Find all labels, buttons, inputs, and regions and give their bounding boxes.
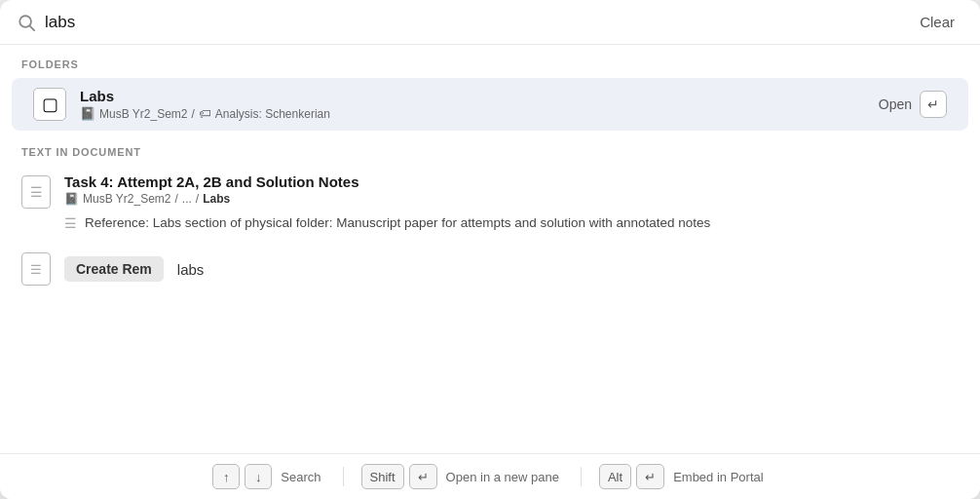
text-in-document-label: TEXT IN DOCUMENT [0, 133, 980, 164]
search-key-label: Search [281, 470, 320, 484]
search-icon [18, 14, 35, 31]
up-arrow-key: ↑ [212, 464, 240, 489]
search-input[interactable] [45, 13, 902, 32]
svg-line-1 [30, 25, 34, 30]
embed-portal-label: Embed in Portal [673, 470, 764, 484]
clear-button[interactable]: Clear [912, 10, 962, 34]
folder-actions: Open ↵ [879, 91, 947, 118]
search-bar: Clear [0, 0, 980, 45]
folder-path-tag: Analysis: Schenkerian [215, 107, 330, 121]
bottom-bar: ↑ ↓ Search Shift ↵ Open in a new pane Al… [0, 453, 980, 499]
doc-path-notebook: MusB Yr2_Sem2 [83, 192, 171, 206]
separator-2 [581, 467, 582, 486]
document-excerpt: ☰ Reference: Labs section of physical fo… [64, 213, 959, 233]
document-path: 📓 MusB Yr2_Sem2 / ... / Labs [64, 192, 959, 206]
create-rem-icon-glyph: ☰ [30, 262, 42, 277]
doc-path-sep2: / [196, 192, 199, 206]
doc-path-sep1: / [175, 192, 178, 206]
notebook-icon: 📓 [80, 106, 95, 121]
excerpt-text: Reference: Labs section of physical fold… [85, 213, 710, 233]
enter-key: ↵ [920, 91, 947, 118]
alt-key: Alt [599, 464, 631, 489]
create-rem-row: ☰ Create Rem labs [0, 243, 980, 295]
nav-keys-group: ↑ ↓ Search [212, 464, 324, 489]
document-info: Task 4: Attempt 2A, 2B and Solution Note… [64, 173, 959, 233]
document-icon-glyph: ☰ [30, 184, 43, 200]
document-item[interactable]: ☰ Task 4: Attempt 2A, 2B and Solution No… [0, 164, 980, 243]
document-title: Task 4: Attempt 2A, 2B and Solution Note… [64, 173, 959, 190]
open-new-pane-label: Open in a new pane [446, 470, 559, 484]
folder-path: 📓 MusB Yr2_Sem2 / 🏷 Analysis: Schenkeria… [80, 106, 865, 121]
document-icon: ☰ [21, 175, 51, 209]
embed-group: Alt ↵ Embed in Portal [599, 464, 768, 489]
tag-icon: 🏷 [199, 106, 211, 121]
enter-key-bottom: ↵ [409, 464, 437, 489]
folder-path-sep: / [192, 107, 195, 121]
create-rem-button[interactable]: Create Rem [64, 256, 164, 282]
separator-1 [343, 467, 344, 486]
folder-info: Labs 📓 MusB Yr2_Sem2 / 🏷 Analysis: Schen… [80, 88, 865, 121]
create-rem-icon: ☰ [21, 252, 51, 286]
new-pane-group: Shift ↵ Open in a new pane [361, 464, 563, 489]
search-results: FOLDERS ▢ Labs 📓 MusB Yr2_Sem2 / 🏷 Analy… [0, 45, 980, 453]
folder-icon: ▢ [33, 88, 66, 121]
search-modal: Clear FOLDERS ▢ Labs 📓 MusB Yr2_Sem2 / 🏷… [0, 0, 980, 499]
folder-name: Labs [80, 88, 865, 104]
folders-section-label: FOLDERS [0, 45, 980, 76]
doc-path-notebook-icon: 📓 [64, 192, 79, 206]
enter-key-bottom2: ↵ [636, 464, 664, 489]
doc-path-bold: Labs [203, 192, 230, 206]
excerpt-icon: ☰ [64, 215, 77, 231]
create-rem-text: labs [177, 261, 205, 278]
shift-key: Shift [361, 464, 404, 489]
folder-icon-glyph: ▢ [42, 94, 58, 115]
down-arrow-key: ↓ [245, 464, 272, 489]
folder-path-notebook: MusB Yr2_Sem2 [99, 107, 188, 121]
open-button[interactable]: Open [879, 96, 912, 112]
folder-item[interactable]: ▢ Labs 📓 MusB Yr2_Sem2 / 🏷 Analysis: Sch… [12, 78, 968, 131]
doc-path-ellipsis: ... [182, 192, 192, 206]
